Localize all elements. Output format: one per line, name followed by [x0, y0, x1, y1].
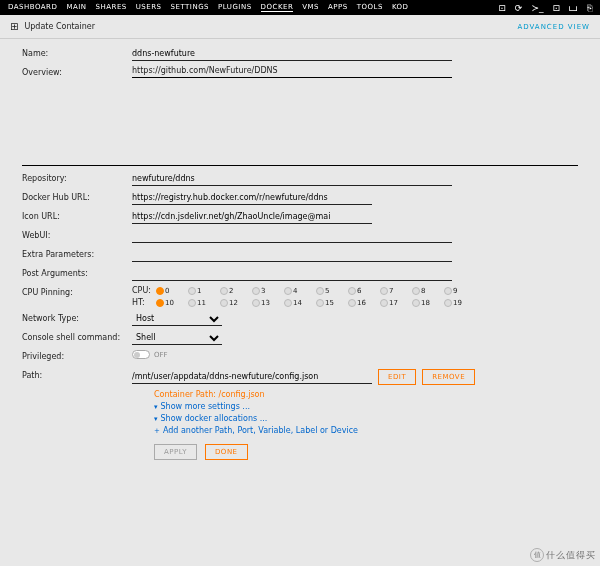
cpu-pin-11[interactable]: [188, 299, 196, 307]
post-input[interactable]: [132, 267, 452, 281]
cpu-pin-14[interactable]: [284, 299, 292, 307]
cpu-pin-0[interactable]: [156, 287, 164, 295]
name-input[interactable]: [132, 47, 452, 61]
nav-main[interactable]: MAIN: [66, 3, 86, 12]
cpu-pin-4[interactable]: [284, 287, 292, 295]
apply-button[interactable]: APPLY: [154, 444, 197, 460]
web-input[interactable]: [132, 229, 452, 243]
title-bar: ⊞ Update Container ADVANCED VIEW: [0, 15, 600, 39]
path-input[interactable]: [132, 370, 372, 384]
advanced-view-link[interactable]: ADVANCED VIEW: [517, 23, 590, 31]
hub-label: Docker Hub URL:: [22, 191, 132, 202]
priv-label: Privileged:: [22, 350, 132, 361]
cpu-pin-5[interactable]: [316, 287, 324, 295]
nettype-select[interactable]: Host: [132, 312, 222, 326]
cpu-label: CPU Pinning:: [22, 286, 132, 297]
overview-text: https://github.com/NewFuture/DDNS: [132, 66, 452, 78]
top-nav: DASHBOARDMAINSHARESUSERSSETTINGSPLUGINSD…: [0, 0, 600, 15]
console-label: Console shell command:: [22, 331, 132, 342]
priv-toggle[interactable]: [132, 350, 150, 359]
done-button[interactable]: DONE: [205, 444, 248, 460]
nettype-label: Network Type:: [22, 312, 132, 323]
edit-button[interactable]: EDIT: [378, 369, 416, 385]
name-label: Name:: [22, 47, 132, 58]
terminal-icon[interactable]: ≻_: [531, 3, 543, 13]
post-label: Post Arguments:: [22, 267, 132, 278]
nav-shares[interactable]: SHARES: [96, 3, 127, 12]
cpu-pin-18[interactable]: [412, 299, 420, 307]
console-select[interactable]: Shell: [132, 331, 222, 345]
pin-label: CPU:: [132, 286, 154, 295]
priv-off-text: OFF: [154, 351, 168, 359]
nav-vms[interactable]: VMS: [302, 3, 319, 12]
chevron-down-icon: ▾: [154, 415, 158, 423]
icon-input[interactable]: [132, 210, 372, 224]
display-icon[interactable]: ⌴: [569, 3, 578, 13]
feedback-icon[interactable]: ⊡: [552, 3, 560, 13]
extra-label: Extra Parameters:: [22, 248, 132, 259]
cpu-pin-10[interactable]: [156, 299, 164, 307]
cpu-pin-16[interactable]: [348, 299, 356, 307]
pin-label: HT:: [132, 298, 154, 307]
show-more-link[interactable]: ▾Show more settings ...: [154, 402, 578, 411]
repo-input[interactable]: [132, 172, 452, 186]
plus-icon: +: [154, 427, 160, 435]
nav-kod[interactable]: KOD: [392, 3, 409, 12]
grip-icon: ⊞: [10, 21, 18, 32]
icon-label: Icon URL:: [22, 210, 132, 221]
cpu-pin-1[interactable]: [188, 287, 196, 295]
remove-button[interactable]: REMOVE: [422, 369, 475, 385]
add-device-link[interactable]: +Add another Path, Port, Variable, Label…: [154, 426, 578, 435]
chevron-down-icon: ▾: [154, 403, 158, 411]
nav-users[interactable]: USERS: [136, 3, 162, 12]
cpu-pin-9[interactable]: [444, 287, 452, 295]
nav-dashboard[interactable]: DASHBOARD: [8, 3, 57, 12]
overview-label: Overview:: [22, 66, 132, 77]
repo-label: Repository:: [22, 172, 132, 183]
cpu-pin-8[interactable]: [412, 287, 420, 295]
nav-docker[interactable]: DOCKER: [261, 3, 294, 12]
cpu-pin-15[interactable]: [316, 299, 324, 307]
refresh-icon[interactable]: ⟳: [515, 3, 523, 13]
nav-plugins[interactable]: PLUGINS: [218, 3, 252, 12]
cpu-pin-17[interactable]: [380, 299, 388, 307]
cpu-pin-19[interactable]: [444, 299, 452, 307]
hub-input[interactable]: [132, 191, 372, 205]
window-icon[interactable]: ⊡: [498, 3, 506, 13]
show-alloc-link[interactable]: ▾Show docker allocations ...: [154, 414, 578, 423]
cpu-pin-7[interactable]: [380, 287, 388, 295]
extra-input[interactable]: [132, 248, 452, 262]
web-label: WebUI:: [22, 229, 132, 240]
top-right-icons: ⊡ ⟳ ≻_ ⊡ ⌴ ⎘: [498, 3, 592, 13]
cpu-pin-13[interactable]: [252, 299, 260, 307]
page-title: Update Container: [24, 22, 95, 31]
cpu-pin-3[interactable]: [252, 287, 260, 295]
nav-apps[interactable]: APPS: [328, 3, 348, 12]
cpu-pin-6[interactable]: [348, 287, 356, 295]
cpu-pin-12[interactable]: [220, 299, 228, 307]
nav-tools[interactable]: TOOLS: [357, 3, 383, 12]
nav-settings[interactable]: SETTINGS: [171, 3, 209, 12]
path-label: Path:: [22, 369, 132, 380]
watermark: 值什么值得买: [530, 548, 596, 562]
logout-icon[interactable]: ⎘: [587, 3, 592, 13]
container-path-text: Container Path: /config.json: [154, 390, 578, 399]
cpu-pin-2[interactable]: [220, 287, 228, 295]
